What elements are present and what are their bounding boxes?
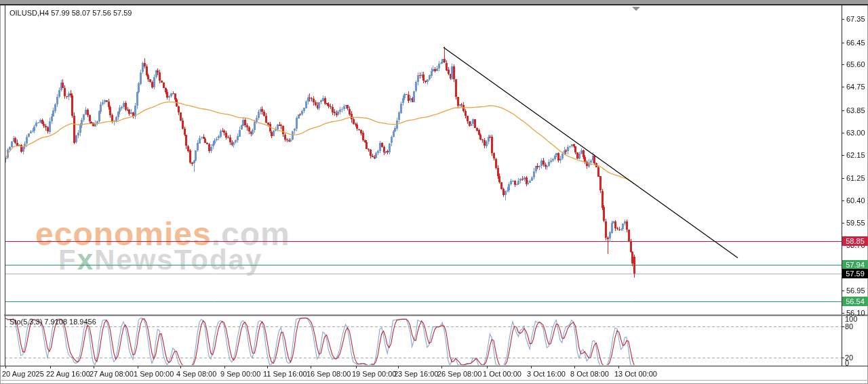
date-tick-label: 1 Sep 00:00 [134,370,174,378]
price-tick-label: 67.35 [846,15,865,23]
date-tick-label: 4 Sep 08:00 [176,370,216,378]
chart-shift-marker-icon[interactable] [632,7,640,11]
mt4-chart-window: economies.com FxNewsToday OILUSD,H4 57.9… [0,0,868,384]
price-tick-label: 66.45 [846,39,865,47]
price-badge: 56.54 [842,297,868,306]
price-badge: 57.94 [842,260,868,270]
date-tick-label: 19 Sep 00:00 [352,370,396,378]
date-tick-label: 3 Oct 16:00 [527,370,566,378]
date-tick-label: 26 Sep 08:00 [437,370,481,378]
price-tick-label: 63.00 [846,129,865,137]
stochastic-indicator-label: Sto(5,3,3) 7.9108 18.9456 [9,318,96,326]
date-tick-label: 23 Sep 16:00 [394,370,438,378]
chart-canvas[interactable] [0,0,868,384]
sto-tick-label: 0 [845,359,849,367]
date-tick-label: 20 Aug 2025 [2,370,44,378]
window-top-edge [0,0,868,5]
price-tick-label: 56.95 [846,286,865,295]
symbol-ohlc-label: OILUSD,H4 57.99 58.07 57.56 57.59 [9,9,132,17]
date-tick-label: 13 Oct 00:00 [614,370,657,378]
date-tick-label: 16 Sep 08:00 [307,370,351,378]
price-badge: 57.59 [842,269,868,278]
price-tick-label: 61.25 [846,174,865,182]
price-tick-label: 60.40 [846,196,865,205]
date-tick-label: 11 Sep 16:00 [263,370,307,378]
date-tick-label: 9 Sep 00:00 [220,370,260,378]
date-tick-label: 8 Oct 08:00 [570,370,609,378]
date-tick-label: 27 Aug 08:00 [90,370,134,378]
price-tick-label: 62.15 [846,151,865,159]
price-tick-label: 59.55 [846,219,865,227]
price-tick-label: 64.75 [846,83,865,91]
price-tick-label: 65.60 [846,60,865,68]
date-tick-label: 1 Oct 00:00 [483,370,521,378]
price-tick-label: 63.85 [846,106,865,114]
date-tick-label: 22 Aug 16:00 [46,370,90,378]
sto-tick-label: 80 [845,322,853,330]
price-badge: 58.85 [842,236,868,246]
